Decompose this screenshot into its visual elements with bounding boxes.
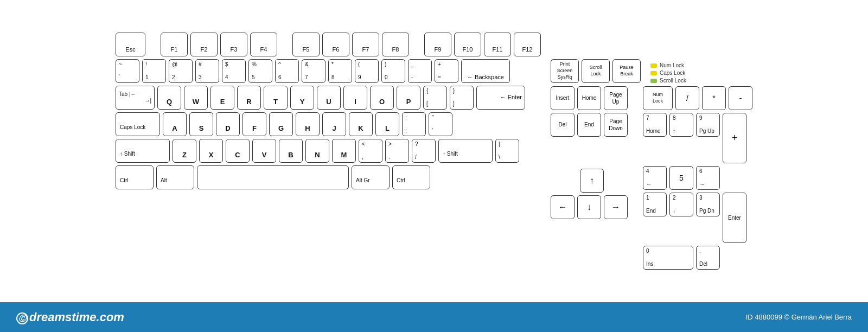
key-space[interactable] <box>197 165 349 189</box>
key-b[interactable]: B <box>279 139 303 163</box>
key-comma[interactable]: < , <box>359 139 382 163</box>
key-semicolon[interactable]: : ; <box>402 112 426 136</box>
key-m[interactable]: M <box>332 139 356 163</box>
key-f3[interactable]: F3 <box>220 33 247 56</box>
key-num-1[interactable]: 1 End <box>643 193 667 216</box>
key-down[interactable]: ↓ <box>577 195 601 219</box>
key-f4[interactable]: F4 <box>250 33 277 56</box>
key-num-star[interactable]: * <box>702 86 726 110</box>
key-num-2[interactable]: 2 ↓ <box>669 193 693 216</box>
key-num-slash[interactable]: / <box>675 86 699 110</box>
key-minus[interactable]: _ - <box>408 59 432 83</box>
key-num-8[interactable]: 8 ↑ <box>669 113 693 137</box>
key-9[interactable]: ( 9 <box>355 59 379 83</box>
key-a[interactable]: A <box>163 112 187 136</box>
key-f1[interactable]: F1 <box>161 33 188 56</box>
key-l[interactable]: L <box>375 112 399 136</box>
key-period[interactable]: > . <box>385 139 409 163</box>
key-lbracket[interactable]: { [ <box>423 86 447 110</box>
key-7[interactable]: & 7 <box>302 59 326 83</box>
key-num-9[interactable]: 9 Pg Up <box>696 113 720 137</box>
key-j[interactable]: J <box>322 112 346 136</box>
key-p[interactable]: P <box>397 86 420 110</box>
key-insert[interactable]: Insert <box>551 86 575 110</box>
key-home[interactable]: Home <box>577 86 601 110</box>
key-enter[interactable]: ← Enter <box>476 86 525 110</box>
key-esc[interactable]: Esc <box>116 33 145 56</box>
key-scrolllock[interactable]: ScrollLock <box>582 59 610 83</box>
key-f[interactable]: F <box>242 112 266 136</box>
key-6[interactable]: ^ 6 <box>275 59 299 83</box>
key-0[interactable]: ) 0 <box>381 59 405 83</box>
key-printscreen[interactable]: PrintScreenSysRq <box>551 59 579 83</box>
key-4[interactable]: $ 4 <box>222 59 246 83</box>
key-w[interactable]: W <box>184 86 208 110</box>
key-backtick[interactable]: ~ ` <box>116 59 139 83</box>
key-3[interactable]: # 3 <box>195 59 219 83</box>
key-num-6[interactable]: 6 → <box>696 166 720 190</box>
key-o[interactable]: O <box>370 86 394 110</box>
key-rbracket[interactable]: } ] <box>450 86 474 110</box>
key-num-0[interactable]: 0 Ins <box>643 246 693 270</box>
key-q[interactable]: Q <box>157 86 181 110</box>
key-num-7[interactable]: 7 Home <box>643 113 667 137</box>
key-shift-right[interactable]: ↑ Shift <box>438 139 493 163</box>
key-num-enter[interactable]: Enter <box>723 193 746 243</box>
key-d[interactable]: D <box>216 112 240 136</box>
key-pause[interactable]: PauseBreak <box>612 59 641 83</box>
key-backspace[interactable]: ← Backspace <box>461 59 510 83</box>
key-t[interactable]: T <box>264 86 288 110</box>
key-f7[interactable]: F7 <box>352 33 379 56</box>
key-i[interactable]: I <box>343 86 367 110</box>
key-equals[interactable]: + = <box>435 59 458 83</box>
key-num-3[interactable]: 3 Pg Dn <box>696 193 720 216</box>
key-shift-left[interactable]: ↑ Shift <box>116 139 170 163</box>
key-f2[interactable]: F2 <box>190 33 218 56</box>
key-s[interactable]: S <box>189 112 213 136</box>
key-pagedown[interactable]: PageDown <box>604 113 628 137</box>
key-u[interactable]: U <box>317 86 341 110</box>
key-f10[interactable]: F10 <box>454 33 481 56</box>
key-slash[interactable]: ? / <box>412 139 436 163</box>
key-1[interactable]: ! 1 <box>142 59 166 83</box>
key-num-5[interactable]: 5 <box>669 166 693 190</box>
key-ctrl-left[interactable]: Ctrl <box>116 165 154 189</box>
key-backslash[interactable]: | \ <box>495 139 519 163</box>
key-f8[interactable]: F8 <box>382 33 409 56</box>
key-5[interactable]: % 5 <box>248 59 272 83</box>
key-altgr[interactable]: Alt Gr <box>352 165 390 189</box>
key-f12[interactable]: F12 <box>514 33 541 56</box>
key-k[interactable]: K <box>349 112 373 136</box>
key-left[interactable]: ← <box>551 195 575 219</box>
key-f5[interactable]: F5 <box>292 33 320 56</box>
key-quote[interactable]: " ' <box>429 112 452 136</box>
key-up[interactable]: ↑ <box>580 169 604 193</box>
key-f11[interactable]: F11 <box>484 33 511 56</box>
key-pageup[interactable]: PageUp <box>604 86 628 110</box>
key-end[interactable]: End <box>577 113 601 137</box>
key-f6[interactable]: F6 <box>322 33 349 56</box>
key-g[interactable]: G <box>269 112 293 136</box>
key-delete[interactable]: Del <box>551 113 575 137</box>
key-num-plus[interactable]: + <box>723 113 746 163</box>
key-capslock[interactable]: Caps Lock <box>116 112 160 136</box>
key-right[interactable]: → <box>604 195 628 219</box>
key-r[interactable]: R <box>237 86 261 110</box>
key-v[interactable]: V <box>252 139 276 163</box>
key-n[interactable]: N <box>305 139 329 163</box>
key-y[interactable]: Y <box>290 86 314 110</box>
key-f9[interactable]: F9 <box>424 33 451 56</box>
key-e[interactable]: E <box>210 86 234 110</box>
key-num-minus[interactable]: - <box>729 86 752 110</box>
key-c[interactable]: C <box>226 139 250 163</box>
key-2[interactable]: @ 2 <box>169 59 193 83</box>
key-ctrl-right[interactable]: Ctrl <box>392 165 430 189</box>
key-alt-left[interactable]: Alt <box>156 165 194 189</box>
key-x[interactable]: X <box>199 139 223 163</box>
key-h[interactable]: H <box>296 112 320 136</box>
key-numlock[interactable]: NumLock <box>643 86 673 110</box>
key-tab[interactable]: Tab |← →| <box>116 86 155 110</box>
key-8[interactable]: * 8 <box>328 59 352 83</box>
key-num-4[interactable]: 4 ← <box>643 166 667 190</box>
key-num-dot[interactable]: . Del <box>696 246 720 270</box>
